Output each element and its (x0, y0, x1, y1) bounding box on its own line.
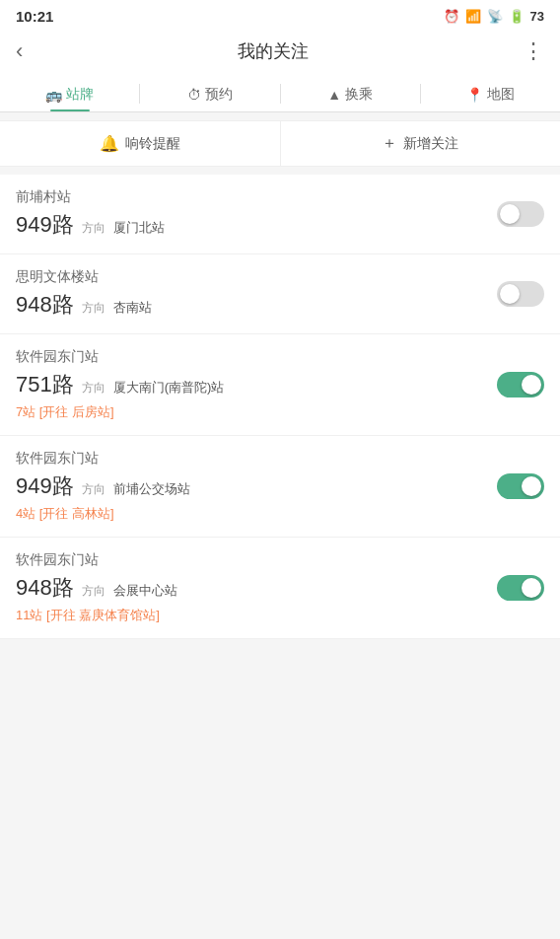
item-route-number: 949路 (16, 471, 74, 501)
item-direction-label: 方向 (82, 380, 105, 397)
tab-map[interactable]: 📍 地图 (421, 76, 560, 111)
item-station-name: 软件园东门站 (16, 348, 485, 366)
battery-icon: 🔋 (509, 9, 525, 24)
item-station-name: 软件园东门站 (16, 450, 485, 468)
battery-level: 73 (530, 9, 544, 24)
wifi-icon: 📶 (465, 9, 481, 24)
item-direction-label: 方向 (82, 583, 105, 600)
toggle-1[interactable] (497, 281, 544, 307)
status-time: 10:21 (16, 8, 53, 25)
item-station-name: 前埔村站 (16, 188, 485, 206)
item-info: 11站 [开往 嘉庚体育馆站] (16, 607, 485, 624)
back-button[interactable]: ‹ (16, 38, 23, 64)
item-route-row: 949路 方向 厦门北站 (16, 210, 485, 240)
item-route-row: 948路 方向 会展中心站 (16, 573, 485, 603)
page-title: 我的关注 (238, 39, 309, 63)
item-direction: 前埔公交场站 (113, 480, 190, 498)
item-content: 思明文体楼站 948路 方向 杏南站 (16, 268, 485, 320)
transfer-icon: ▲ (327, 87, 341, 103)
status-icons: ⏰ 📶 📡 🔋 73 (444, 9, 544, 24)
item-route-number: 948路 (16, 573, 74, 603)
tab-booking[interactable]: ⏱ 预约 (140, 76, 279, 111)
list-item: 软件园东门站 949路 方向 前埔公交场站 4站 [开往 高林站] (0, 436, 560, 538)
list-item: 思明文体楼站 948路 方向 杏南站 (0, 254, 560, 334)
item-info: 7站 [开往 后房站] (16, 403, 485, 421)
toggle-3[interactable] (497, 473, 544, 499)
add-follow-label: 新增关注 (403, 135, 458, 153)
item-route-number: 751路 (16, 370, 74, 399)
item-content: 软件园东门站 751路 方向 厦大南门(南普陀)站 7站 [开往 后房站] (16, 348, 485, 421)
list-item: 前埔村站 949路 方向 厦门北站 (0, 175, 560, 254)
item-route-row: 751路 方向 厦大南门(南普陀)站 (16, 370, 485, 399)
item-direction: 厦大南门(南普陀)站 (113, 379, 225, 397)
follow-list: 前埔村站 949路 方向 厦门北站 思明文体楼站 948路 方向 杏南站 软 (0, 175, 560, 639)
item-route-row: 948路 方向 杏南站 (16, 290, 485, 320)
status-bar: 10:21 ⏰ 📶 📡 🔋 73 (0, 0, 560, 29)
list-item: 软件园东门站 948路 方向 会展中心站 11站 [开往 嘉庚体育馆站] (0, 538, 560, 639)
item-content: 软件园东门站 948路 方向 会展中心站 11站 [开往 嘉庚体育馆站] (16, 551, 485, 624)
item-route-number: 948路 (16, 290, 74, 320)
clock-icon: ⏱ (187, 87, 201, 103)
toggle-knob-4 (522, 578, 541, 598)
item-direction-label: 方向 (82, 300, 105, 317)
item-direction: 会展中心站 (113, 582, 177, 600)
tab-booking-label: 预约 (205, 86, 233, 104)
alarm-icon: ⏰ (444, 9, 459, 24)
tab-station[interactable]: 🚌 站牌 (0, 76, 139, 111)
toggle-2[interactable] (497, 372, 544, 397)
toggle-knob-3 (522, 476, 541, 496)
item-direction-label: 方向 (82, 481, 105, 498)
item-route-number: 949路 (16, 210, 74, 240)
toggle-knob-0 (500, 204, 520, 224)
bell-reminder-button[interactable]: 🔔 响铃提醒 (0, 121, 281, 166)
tab-transfer[interactable]: ▲ 换乘 (281, 76, 420, 111)
add-follow-button[interactable]: ＋ 新增关注 (281, 121, 561, 166)
bus-icon: 🚌 (45, 87, 62, 103)
item-route-row: 949路 方向 前埔公交场站 (16, 471, 485, 501)
tab-map-label: 地图 (487, 86, 515, 104)
toggle-4[interactable] (497, 575, 544, 601)
item-direction: 厦门北站 (113, 219, 165, 237)
item-content: 软件园东门站 949路 方向 前埔公交场站 4站 [开往 高林站] (16, 450, 485, 523)
toggle-0[interactable] (497, 201, 544, 227)
item-info: 4站 [开往 高林站] (16, 505, 485, 523)
tab-station-label: 站牌 (66, 86, 94, 104)
header: ‹ 我的关注 ⋮ (0, 29, 560, 76)
plus-icon: ＋ (382, 133, 397, 154)
action-bar: 🔔 响铃提醒 ＋ 新增关注 (0, 120, 560, 167)
bell-reminder-label: 响铃提醒 (125, 135, 180, 153)
item-direction-label: 方向 (82, 220, 105, 237)
toggle-knob-1 (500, 284, 520, 304)
toggle-knob-2 (522, 375, 541, 395)
map-icon: 📍 (466, 87, 483, 103)
more-button[interactable]: ⋮ (523, 38, 544, 64)
bell-icon: 🔔 (100, 134, 119, 153)
item-content: 前埔村站 949路 方向 厦门北站 (16, 188, 485, 240)
list-item: 软件园东门站 751路 方向 厦大南门(南普陀)站 7站 [开往 后房站] (0, 334, 560, 436)
item-direction: 杏南站 (113, 299, 152, 317)
tab-bar: 🚌 站牌 ⏱ 预约 ▲ 换乘 📍 地图 (0, 76, 560, 112)
tab-transfer-label: 换乘 (345, 86, 373, 104)
item-station-name: 思明文体楼站 (16, 268, 485, 286)
signal-icon: 📡 (487, 9, 503, 24)
item-station-name: 软件园东门站 (16, 551, 485, 569)
